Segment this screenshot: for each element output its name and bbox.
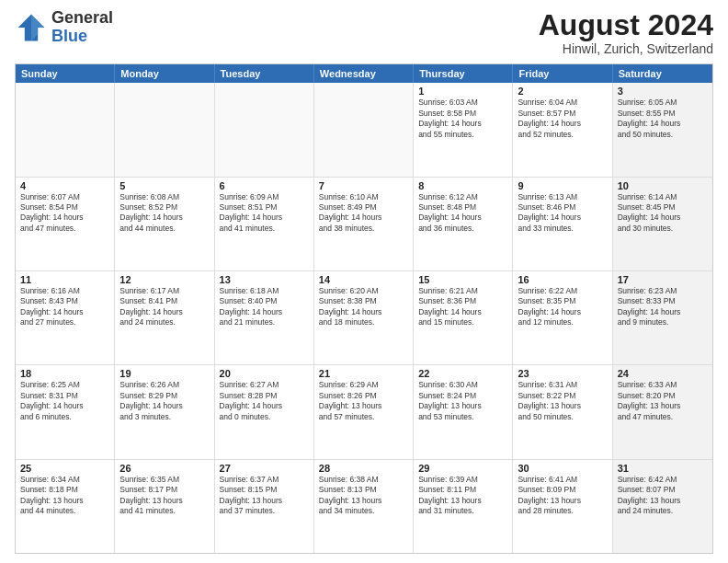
calendar-cell-r4-c6: 31Sunrise: 6:42 AM Sunset: 8:07 PM Dayli…	[613, 460, 712, 553]
calendar-cell-r3-c5: 23Sunrise: 6:31 AM Sunset: 8:22 PM Dayli…	[513, 365, 612, 458]
logo-blue-text: Blue	[51, 27, 87, 45]
day-number: 31	[618, 463, 708, 474]
day-info: Sunrise: 6:22 AM Sunset: 8:35 PM Dayligh…	[518, 286, 607, 328]
calendar-header: Sunday Monday Tuesday Wednesday Thursday…	[16, 64, 712, 83]
calendar-cell-r3-c4: 22Sunrise: 6:30 AM Sunset: 8:24 PM Dayli…	[414, 365, 513, 458]
day-info: Sunrise: 6:27 AM Sunset: 8:28 PM Dayligh…	[220, 380, 309, 422]
calendar-row-3: 18Sunrise: 6:25 AM Sunset: 8:31 PM Dayli…	[16, 364, 712, 458]
calendar-cell-r3-c3: 21Sunrise: 6:29 AM Sunset: 8:26 PM Dayli…	[314, 365, 414, 458]
header-tuesday: Tuesday	[215, 64, 314, 83]
calendar-cell-r3-c1: 19Sunrise: 6:26 AM Sunset: 8:29 PM Dayli…	[115, 365, 214, 458]
day-number: 13	[220, 274, 309, 285]
day-info: Sunrise: 6:25 AM Sunset: 8:31 PM Dayligh…	[20, 380, 109, 422]
day-number: 7	[319, 180, 408, 191]
calendar-row-0: 1Sunrise: 6:03 AM Sunset: 8:58 PM Daylig…	[16, 83, 712, 176]
day-number: 27	[220, 463, 309, 474]
calendar-cell-r1-c4: 8Sunrise: 6:12 AM Sunset: 8:48 PM Daylig…	[414, 178, 513, 270]
day-number: 1	[418, 86, 507, 97]
calendar-cell-r1-c5: 9Sunrise: 6:13 AM Sunset: 8:46 PM Daylig…	[513, 178, 612, 270]
day-info: Sunrise: 6:31 AM Sunset: 8:22 PM Dayligh…	[518, 380, 607, 422]
day-number: 25	[20, 463, 109, 474]
header-wednesday: Wednesday	[314, 64, 414, 83]
day-info: Sunrise: 6:09 AM Sunset: 8:51 PM Dayligh…	[220, 192, 309, 235]
logo-general-text: General	[51, 8, 113, 27]
day-number: 4	[20, 180, 109, 191]
header-friday: Friday	[513, 64, 612, 83]
day-number: 5	[119, 180, 209, 191]
logo-text: General Blue	[51, 9, 113, 46]
day-number: 8	[418, 180, 507, 191]
calendar-cell-r0-c6: 3Sunrise: 6:05 AM Sunset: 8:55 PM Daylig…	[613, 83, 712, 176]
day-info: Sunrise: 6:14 AM Sunset: 8:45 PM Dayligh…	[618, 192, 708, 235]
day-number: 29	[418, 463, 507, 474]
header-sunday: Sunday	[16, 64, 115, 83]
calendar-cell-r2-c1: 12Sunrise: 6:17 AM Sunset: 8:41 PM Dayli…	[115, 271, 214, 364]
header-monday: Monday	[115, 64, 214, 83]
calendar-cell-r0-c1	[115, 83, 214, 176]
day-info: Sunrise: 6:18 AM Sunset: 8:40 PM Dayligh…	[220, 286, 309, 328]
calendar-cell-r0-c4: 1Sunrise: 6:03 AM Sunset: 8:58 PM Daylig…	[414, 83, 513, 176]
day-number: 15	[418, 274, 507, 285]
calendar-cell-r1-c6: 10Sunrise: 6:14 AM Sunset: 8:45 PM Dayli…	[613, 178, 712, 270]
day-number: 12	[119, 274, 209, 285]
day-info: Sunrise: 6:10 AM Sunset: 8:49 PM Dayligh…	[319, 192, 408, 235]
header: General Blue August 2024 Hinwil, Zurich,…	[15, 9, 713, 56]
calendar-cell-r2-c5: 16Sunrise: 6:22 AM Sunset: 8:35 PM Dayli…	[513, 271, 612, 364]
calendar-cell-r2-c3: 14Sunrise: 6:20 AM Sunset: 8:38 PM Dayli…	[314, 271, 414, 364]
calendar-body: 1Sunrise: 6:03 AM Sunset: 8:58 PM Daylig…	[16, 83, 712, 553]
day-info: Sunrise: 6:33 AM Sunset: 8:20 PM Dayligh…	[618, 380, 708, 422]
calendar-cell-r0-c5: 2Sunrise: 6:04 AM Sunset: 8:57 PM Daylig…	[513, 83, 612, 176]
day-info: Sunrise: 6:08 AM Sunset: 8:52 PM Dayligh…	[119, 192, 209, 235]
day-info: Sunrise: 6:41 AM Sunset: 8:09 PM Dayligh…	[518, 475, 607, 517]
day-number: 3	[618, 86, 708, 97]
calendar-cell-r4-c4: 29Sunrise: 6:39 AM Sunset: 8:11 PM Dayli…	[414, 460, 513, 553]
day-info: Sunrise: 6:12 AM Sunset: 8:48 PM Dayligh…	[418, 192, 507, 235]
day-info: Sunrise: 6:37 AM Sunset: 8:15 PM Dayligh…	[220, 475, 309, 517]
day-number: 26	[119, 463, 209, 474]
calendar: Sunday Monday Tuesday Wednesday Thursday…	[15, 63, 713, 554]
month-title: August 2024	[539, 9, 713, 41]
calendar-cell-r2-c0: 11Sunrise: 6:16 AM Sunset: 8:43 PM Dayli…	[16, 271, 115, 364]
day-info: Sunrise: 6:29 AM Sunset: 8:26 PM Dayligh…	[319, 380, 408, 422]
day-info: Sunrise: 6:20 AM Sunset: 8:38 PM Dayligh…	[319, 286, 408, 328]
header-saturday: Saturday	[613, 64, 712, 83]
day-info: Sunrise: 6:42 AM Sunset: 8:07 PM Dayligh…	[618, 475, 708, 517]
calendar-cell-r3-c2: 20Sunrise: 6:27 AM Sunset: 8:28 PM Dayli…	[215, 365, 314, 458]
title-block: August 2024 Hinwil, Zurich, Switzerland	[539, 9, 713, 56]
calendar-cell-r1-c0: 4Sunrise: 6:07 AM Sunset: 8:54 PM Daylig…	[16, 178, 115, 270]
day-info: Sunrise: 6:17 AM Sunset: 8:41 PM Dayligh…	[119, 286, 209, 328]
calendar-cell-r2-c6: 17Sunrise: 6:23 AM Sunset: 8:33 PM Dayli…	[613, 271, 712, 364]
day-info: Sunrise: 6:39 AM Sunset: 8:11 PM Dayligh…	[418, 475, 507, 517]
day-number: 21	[319, 368, 408, 379]
day-number: 6	[220, 180, 309, 191]
logo-icon	[15, 11, 48, 44]
day-number: 14	[319, 274, 408, 285]
day-number: 24	[618, 368, 708, 379]
calendar-cell-r3-c6: 24Sunrise: 6:33 AM Sunset: 8:20 PM Dayli…	[613, 365, 712, 458]
calendar-cell-r3-c0: 18Sunrise: 6:25 AM Sunset: 8:31 PM Dayli…	[16, 365, 115, 458]
day-number: 16	[518, 274, 607, 285]
calendar-cell-r1-c3: 7Sunrise: 6:10 AM Sunset: 8:49 PM Daylig…	[314, 178, 414, 270]
day-info: Sunrise: 6:23 AM Sunset: 8:33 PM Dayligh…	[618, 286, 708, 328]
day-info: Sunrise: 6:30 AM Sunset: 8:24 PM Dayligh…	[418, 380, 507, 422]
calendar-cell-r1-c2: 6Sunrise: 6:09 AM Sunset: 8:51 PM Daylig…	[215, 178, 314, 270]
page: General Blue August 2024 Hinwil, Zurich,…	[0, 0, 728, 563]
day-info: Sunrise: 6:26 AM Sunset: 8:29 PM Dayligh…	[119, 380, 209, 422]
day-info: Sunrise: 6:07 AM Sunset: 8:54 PM Dayligh…	[20, 192, 109, 235]
day-number: 11	[20, 274, 109, 285]
day-number: 10	[618, 180, 708, 191]
calendar-cell-r4-c3: 28Sunrise: 6:38 AM Sunset: 8:13 PM Dayli…	[314, 460, 414, 553]
day-info: Sunrise: 6:13 AM Sunset: 8:46 PM Dayligh…	[518, 192, 607, 235]
day-number: 28	[319, 463, 408, 474]
calendar-cell-r2-c4: 15Sunrise: 6:21 AM Sunset: 8:36 PM Dayli…	[414, 271, 513, 364]
location: Hinwil, Zurich, Switzerland	[539, 41, 713, 56]
calendar-cell-r4-c1: 26Sunrise: 6:35 AM Sunset: 8:17 PM Dayli…	[115, 460, 214, 553]
day-info: Sunrise: 6:05 AM Sunset: 8:55 PM Dayligh…	[618, 98, 708, 140]
day-number: 17	[618, 274, 708, 285]
day-number: 22	[418, 368, 507, 379]
day-number: 18	[20, 368, 109, 379]
logo: General Blue	[15, 9, 113, 46]
calendar-cell-r0-c2	[215, 83, 314, 176]
calendar-cell-r0-c3	[314, 83, 414, 176]
day-number: 23	[518, 368, 607, 379]
